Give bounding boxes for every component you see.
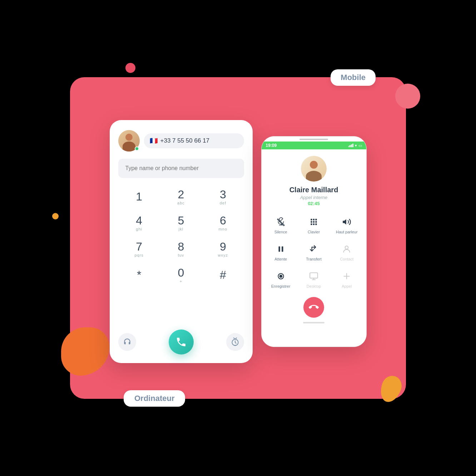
svg-rect-7 xyxy=(311,223,312,225)
snooze-button[interactable] xyxy=(226,333,244,351)
svg-rect-1 xyxy=(311,219,312,220)
call-timer: 02:45 xyxy=(308,201,319,206)
contact-icon xyxy=(340,243,353,256)
dialpad: 1 2 abc 3 def 4 ghi xyxy=(118,185,244,325)
svg-rect-3 xyxy=(315,219,317,220)
status-bar: 19:09 ▾ ▭ xyxy=(262,142,366,149)
deco-circle-left xyxy=(52,213,59,219)
headset-button[interactable] xyxy=(118,333,136,351)
caller-avatar xyxy=(301,156,327,182)
svg-rect-11 xyxy=(278,246,280,252)
key-6[interactable]: 6 mno xyxy=(209,211,237,234)
key-8[interactable]: 8 tuv xyxy=(167,237,195,261)
svg-rect-2 xyxy=(313,219,314,220)
mobile-panel: 19:09 ▾ ▭ Claire Maillard xyxy=(261,136,367,347)
wifi-icon: ▾ xyxy=(355,143,357,148)
mic-off-icon xyxy=(274,215,287,228)
mobile-top xyxy=(262,137,366,142)
phone-number-text: +33 7 55 50 66 17 xyxy=(160,137,210,144)
action-clavier-label: Clavier xyxy=(308,230,320,234)
pause-icon xyxy=(274,243,287,256)
home-indicator xyxy=(303,322,324,323)
desktop-bottom-controls xyxy=(118,329,244,354)
action-speaker[interactable]: Haut parleur xyxy=(331,213,362,237)
battery-icon: ▭ xyxy=(358,143,362,148)
caller-name: Claire Maillard xyxy=(289,186,338,194)
avatar xyxy=(118,130,140,152)
header-row: 🇫🇷 +33 7 55 50 66 17 xyxy=(118,130,244,152)
action-transfer-label: Transfert xyxy=(306,257,322,261)
label-ordinateur: Ordinateur xyxy=(124,390,185,407)
svg-rect-6 xyxy=(315,221,317,223)
call-screen: Claire Maillard Appel interne 02:45 Sile… xyxy=(262,149,366,347)
action-speaker-label: Haut parleur xyxy=(336,230,358,234)
key-7[interactable]: 7 pqrs xyxy=(125,237,153,261)
signal-icon xyxy=(348,144,353,147)
action-hold[interactable]: Attente xyxy=(265,240,297,264)
end-call-icon xyxy=(309,302,319,312)
svg-rect-8 xyxy=(313,223,314,225)
volume-up-icon xyxy=(340,215,353,228)
dialpad-row-3: 7 pqrs 8 tuv 9 wxyz xyxy=(118,237,244,261)
deco-circle-top-left xyxy=(125,63,135,73)
svg-marker-10 xyxy=(343,219,346,224)
svg-point-13 xyxy=(345,246,348,249)
key-2[interactable]: 2 abc xyxy=(167,185,195,208)
dialpad-icon xyxy=(307,215,320,228)
action-record-label: Enregistrer xyxy=(271,284,291,288)
svg-rect-12 xyxy=(282,246,283,252)
phone-icon xyxy=(175,336,187,348)
desktop-panel: 🇫🇷 +33 7 55 50 66 17 1 2 a xyxy=(110,120,253,363)
action-clavier[interactable]: Clavier xyxy=(298,213,329,237)
action-grid: Silence xyxy=(265,213,363,291)
snooze-icon xyxy=(230,337,240,347)
action-silence-label: Silence xyxy=(274,230,287,234)
search-input[interactable] xyxy=(118,159,244,178)
key-hash[interactable]: # xyxy=(209,263,237,287)
search-input-container[interactable] xyxy=(118,159,244,178)
add-call-icon xyxy=(340,270,353,283)
panels-container: 🇫🇷 +33 7 55 50 66 17 1 2 a xyxy=(110,120,367,363)
flag-icon: 🇫🇷 xyxy=(150,137,158,145)
main-scene: Mobile Ordinateur 🇫🇷 +33 7 55 50 66 17 xyxy=(41,41,435,435)
deco-circle-top-right xyxy=(395,84,420,109)
dialpad-row-4: * 0 + # xyxy=(118,263,244,287)
mobile-notch xyxy=(299,139,328,140)
key-1[interactable]: 1 xyxy=(125,185,153,208)
action-contact-label: Contact xyxy=(340,257,353,261)
action-record[interactable]: Enregistrer xyxy=(265,267,297,291)
key-star[interactable]: * xyxy=(125,263,153,287)
action-transfer[interactable]: Transfert xyxy=(298,240,329,264)
dialpad-row-1: 1 2 abc 3 def xyxy=(118,185,244,208)
action-desktop-label: Desktop xyxy=(307,284,321,288)
end-call-button[interactable] xyxy=(303,297,324,318)
transfer-icon xyxy=(307,243,320,256)
label-mobile: Mobile xyxy=(331,69,376,86)
key-4[interactable]: 4 ghi xyxy=(125,211,153,234)
key-3[interactable]: 3 def xyxy=(209,185,237,208)
desktop-icon xyxy=(307,270,320,283)
action-desktop[interactable]: Desktop xyxy=(298,267,329,291)
action-add-call[interactable]: Appel xyxy=(331,267,362,291)
headset-icon xyxy=(123,337,132,347)
action-add-call-label: Appel xyxy=(342,284,352,288)
record-icon xyxy=(274,270,287,283)
key-0[interactable]: 0 + xyxy=(167,263,195,287)
action-contact[interactable]: Contact xyxy=(331,240,362,264)
call-button[interactable] xyxy=(169,329,194,354)
svg-rect-9 xyxy=(315,223,317,225)
key-9[interactable]: 9 wxyz xyxy=(209,237,237,261)
phone-number-badge: 🇫🇷 +33 7 55 50 66 17 xyxy=(144,133,244,148)
action-hold-label: Attente xyxy=(274,257,287,261)
svg-rect-5 xyxy=(313,221,314,223)
svg-rect-4 xyxy=(311,221,312,223)
dialpad-row-2: 4 ghi 5 jkl 6 mno xyxy=(118,211,244,234)
svg-point-15 xyxy=(279,275,282,278)
action-silence[interactable]: Silence xyxy=(265,213,297,237)
caller-subtitle: Appel interne xyxy=(300,195,328,200)
avatar-online-dot xyxy=(135,147,139,151)
key-5[interactable]: 5 jkl xyxy=(167,211,195,234)
status-time: 19:09 xyxy=(266,143,277,148)
svg-rect-16 xyxy=(310,273,318,278)
status-icons: ▾ ▭ xyxy=(348,143,362,148)
